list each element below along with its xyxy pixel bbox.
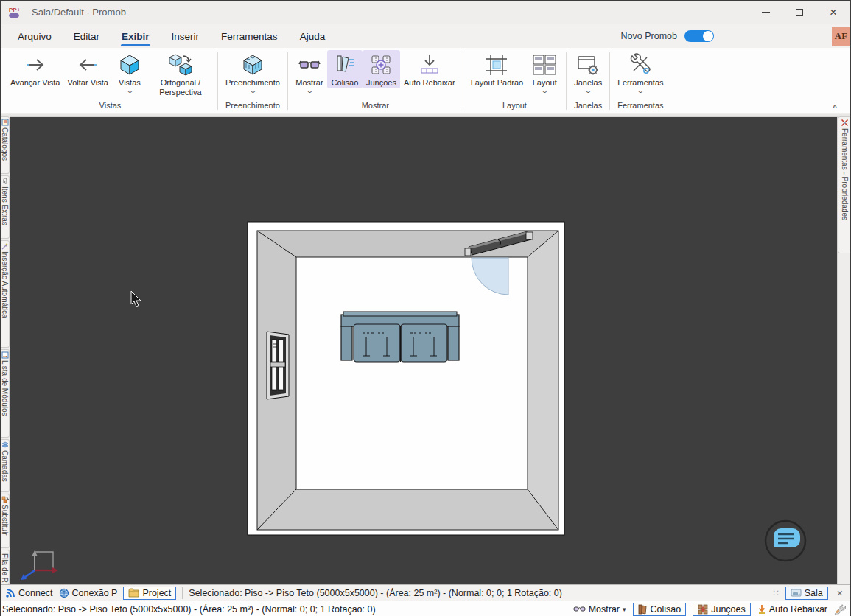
close-icon: × [830,5,837,20]
menu-inserir[interactable]: Inserir [161,24,211,48]
left-panel-strip: Catálogos Itens Extras Inserção Automáti… [1,116,10,584]
cube-icon [118,52,141,77]
layout-padrao-button[interactable]: Layout Padrão [467,50,528,88]
novo-promob-label: Novo Promob [621,31,677,41]
tab-insercao-automatica[interactable]: Inserção Automática [1,240,10,348]
arrow-down-icon [757,604,766,615]
ribbon-group-label: Mostrar [289,100,462,113]
tab-catalogos[interactable]: Catálogos [1,116,10,174]
glasses-icon [573,605,586,614]
axis-gizmo [21,550,58,580]
collision-icon [333,52,357,77]
wrench-icon[interactable] [834,603,846,615]
cubes-switch-icon [168,52,193,77]
tab-camadas[interactable]: Camadas [1,439,10,492]
menu-editar[interactable]: Editar [63,24,111,48]
selection-status-text-2: Selecionado: Piso -> Piso Teto (5000x5x5… [2,604,567,615]
junctions-icon [369,52,393,77]
ribbon-separator [566,52,567,110]
menu-exibir[interactable]: Exibir [111,24,161,48]
close-room-icon[interactable]: × [834,587,846,599]
ribbon-group-label: Ferramentas [611,100,670,113]
layers-icon [1,441,9,449]
glasses-icon [298,52,321,77]
janelas-button[interactable]: Janelas ⌄ [570,50,606,94]
chat-button[interactable] [766,521,805,561]
menu-arquivo[interactable]: Arquivo [7,24,63,48]
window[interactable] [267,332,289,399]
tab-itens-extras[interactable]: Itens Extras [1,175,10,239]
scene-svg [10,117,837,585]
maximize-button[interactable] [782,1,816,24]
tab-substituir[interactable]: Substituir [1,494,10,548]
voltar-vista-button[interactable]: Voltar Vista [63,50,111,88]
connect-icon [5,588,15,598]
svg-text:PP+: PP+ [9,7,21,13]
juncoes-status-button[interactable]: Junções [693,603,751,616]
tab-lista-de-modulos[interactable]: Lista de Módulos [1,349,10,438]
chevron-down-icon: ⌄ [306,88,314,94]
selection-status-text: Selecionado: Piso -> Piso Teto (5000x5x5… [189,588,767,598]
close-button[interactable]: × [816,1,850,24]
textured-cube-icon [241,52,265,77]
ribbon-group-label: Vistas [4,100,217,113]
sala-tab[interactable]: Sala [785,587,828,600]
arrow-right-icon [24,52,46,77]
juncoes-button[interactable]: Junções [363,50,400,88]
grip-icon[interactable]: ∷ [773,588,780,598]
novo-promob-toggle[interactable] [684,30,714,42]
arrow-left-icon [77,52,99,77]
auto-rebaixar-status-button[interactable]: Auto Rebaixar [757,604,827,615]
globe-icon [59,588,69,598]
menu-ferramentas[interactable]: Ferramentas [210,24,289,48]
project-button[interactable]: Project [123,587,176,600]
ortogonal-perspectiva-button[interactable]: Ortogonal / Perspectiva [147,50,214,97]
tab-fila-de-renderizacao[interactable]: Fila de R [1,550,10,584]
mostrar-button[interactable]: Mostrar ⌄ [292,50,327,94]
menu-ajuda[interactable]: Ajuda [289,24,337,48]
windows-gear-icon [576,52,600,77]
ribbon-collapse-button[interactable]: ^ [833,104,837,112]
colisao-status-button[interactable]: Colisão [633,603,687,616]
catalog-icon [1,119,9,126]
ribbon-group-preenchimento: Preenchimento ⌄ Preenchimento [219,48,287,113]
avancar-vista-button[interactable]: Avançar Vista [7,50,63,88]
layout-grid-icon [532,52,557,77]
viewport-canvas[interactable] [10,116,838,584]
colisao-button[interactable]: Colisão [327,50,363,88]
menubar: Arquivo Editar Exibir Inserir Ferramenta… [1,24,850,48]
right-panel-strip: Ferramentas - Propriedades [838,116,850,584]
replace-icon [1,496,9,503]
minimize-button[interactable] [749,1,782,24]
ribbon-group-ferramentas: Ferramentas ⌄ Ferramentas [611,48,670,113]
ribbon-group-layout: Layout Padrão Layout ⌄ Layout [464,48,566,113]
conexao-p-button[interactable]: Conexão P [59,588,118,598]
room-plan[interactable] [248,222,564,535]
titlebar: PP+ Sala/Default - Promob × [1,1,850,24]
folder-icon [128,588,139,598]
ribbon-separator [463,52,463,110]
ferramentas-button[interactable]: Ferramentas ⌄ [614,50,667,94]
mostrar-status-button[interactable]: Mostrar ▾ [573,604,626,615]
app-window: PP+ Sala/Default - Promob × Arquivo Edit… [0,0,851,616]
chevron-down-icon: ⌄ [126,88,134,94]
account-badge[interactable]: AF [832,27,850,46]
main-area: Catálogos Itens Extras Inserção Automáti… [1,116,850,584]
properties-tools-icon [841,119,849,127]
layout-button[interactable]: Layout ⌄ [527,50,562,94]
preenchimento-button[interactable]: Preenchimento ⌄ [222,50,284,94]
ribbon-group-janelas: Janelas ⌄ Janelas [567,48,609,113]
sofa[interactable] [341,312,459,362]
room-icon [791,588,802,598]
cursor [131,291,141,307]
chevron-down-icon: ⌄ [584,88,592,94]
chevron-down-icon: ⌄ [541,88,549,94]
auto-rebaixar-button[interactable]: Auto Rebaixar [400,50,459,88]
tab-ferramentas-propriedades[interactable]: Ferramentas - Propriedades [838,116,850,253]
chevron-down-icon: ⌄ [249,88,257,94]
minimize-icon [762,12,770,13]
statusbar: Connect Conexão P Project Selecionado: P… [1,584,850,601]
vistas-button[interactable]: Vistas ⌄ [112,50,147,94]
module-list-icon [1,351,9,359]
connect-button[interactable]: Connect [5,588,53,598]
